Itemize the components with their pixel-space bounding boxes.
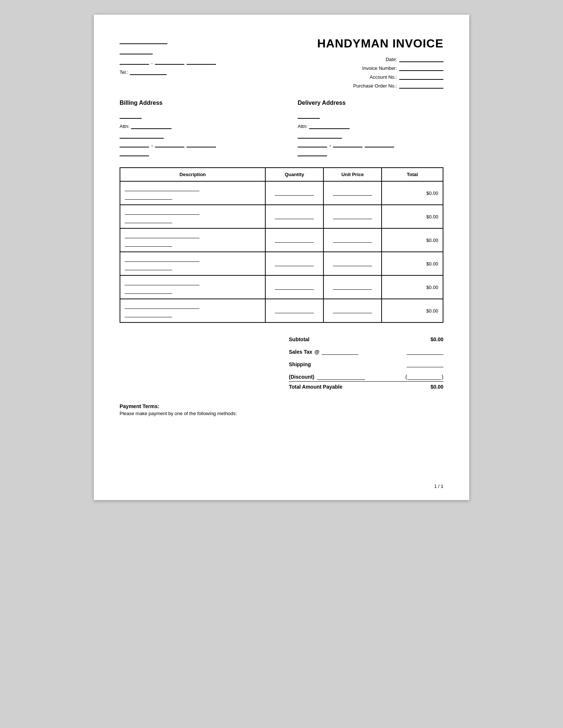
address-field-1[interactable]: [120, 47, 153, 54]
billing-title: Billing Address: [120, 100, 265, 106]
qty-cell-5[interactable]: [265, 299, 323, 322]
sales-tax-label-group: Sales Tax @: [289, 347, 358, 355]
delivery-country-field[interactable]: [298, 150, 327, 156]
price-cell-2[interactable]: [323, 228, 382, 252]
total-amount-value: $0.00: [431, 384, 443, 390]
city-state-zip-line: ,: [120, 57, 216, 65]
delivery-city-line: ,: [298, 141, 443, 147]
delivery-attn-line: Attn:: [298, 122, 443, 129]
billing-street-field[interactable]: [120, 132, 164, 139]
total-cell-5: $0.00: [382, 299, 443, 322]
account-no-field[interactable]: [399, 72, 443, 80]
date-field[interactable]: [399, 55, 443, 62]
discount-value-field[interactable]: [408, 372, 441, 380]
total-cell-2: $0.00: [382, 228, 443, 252]
state-field[interactable]: [155, 57, 184, 65]
totals-table: Subtotal $0.00 Sales Tax @ Shipping (Dis…: [289, 334, 443, 392]
desc-cell-2[interactable]: [120, 228, 265, 252]
billing-zip-field[interactable]: [187, 141, 216, 147]
tel-field[interactable]: [130, 68, 167, 75]
payment-terms-section: Payment Terms: Please make payment by on…: [120, 403, 443, 416]
billing-name-field[interactable]: [120, 112, 142, 119]
price-cell-0[interactable]: [323, 181, 382, 205]
purchase-order-row: Purchase Order No.:: [353, 81, 443, 89]
shipping-value-field[interactable]: [407, 360, 443, 367]
purchase-order-field[interactable]: [399, 81, 443, 89]
tel-line: Tel.:: [120, 68, 216, 75]
price-cell-3[interactable]: [323, 252, 382, 275]
shipping-row: Shipping: [289, 357, 443, 370]
total-cell-4: $0.00: [382, 275, 443, 299]
desc-cell-0[interactable]: [120, 181, 265, 205]
payment-terms-text: Please make payment by one of the follow…: [120, 411, 443, 416]
total-cell-0: $0.00: [382, 181, 443, 205]
address-section: Billing Address Attn: , Delivery Address…: [120, 100, 443, 156]
price-cell-1[interactable]: [323, 205, 382, 228]
delivery-attn-label: Attn:: [298, 124, 308, 129]
price-cell-4[interactable]: [323, 275, 382, 299]
billing-address-block: Billing Address Attn: ,: [120, 100, 265, 156]
table-row: $0.00: [120, 181, 443, 205]
invoice-header: , Tel.: HANDYMAN INVOICE Date: Invoice N…: [120, 37, 443, 89]
delivery-address-block: Delivery Address Attn: ,: [298, 100, 443, 156]
account-no-row: Account No.:: [370, 72, 443, 80]
qty-cell-4[interactable]: [265, 275, 323, 299]
discount-row: (Discount) ( ): [289, 370, 443, 382]
table-row: $0.00: [120, 205, 443, 228]
discount-desc-field[interactable]: [317, 372, 365, 380]
col-unit-price: Unit Price: [323, 168, 382, 181]
zip-field[interactable]: [187, 57, 216, 65]
billing-attn-field[interactable]: [131, 122, 171, 129]
invoice-table: Description Quantity Unit Price Total $0…: [120, 167, 443, 323]
table-row: $0.00: [120, 299, 443, 322]
company-name-field[interactable]: [120, 37, 167, 44]
purchase-order-label: Purchase Order No.:: [353, 83, 397, 89]
city-field[interactable]: [120, 57, 149, 65]
discount-label: (Discount): [289, 374, 314, 380]
table-row: $0.00: [120, 275, 443, 299]
totals-section: Subtotal $0.00 Sales Tax @ Shipping (Dis…: [120, 334, 443, 392]
desc-cell-4[interactable]: [120, 275, 265, 299]
invoice-title: HANDYMAN INVOICE: [317, 37, 443, 50]
billing-attn-line: Attn:: [120, 122, 265, 129]
sales-tax-value-field[interactable]: [407, 347, 443, 355]
desc-cell-3[interactable]: [120, 252, 265, 275]
shipping-label: Shipping: [289, 361, 311, 367]
delivery-state-field[interactable]: [333, 141, 362, 147]
col-quantity: Quantity: [265, 168, 323, 181]
delivery-attn-field[interactable]: [309, 122, 350, 129]
delivery-name-field[interactable]: [298, 112, 320, 119]
payment-terms-title: Payment Terms:: [120, 403, 443, 409]
table-row: $0.00: [120, 228, 443, 252]
total-cell-3: $0.00: [382, 252, 443, 275]
invoice-number-label: Invoice Number:: [362, 65, 397, 71]
billing-city-field[interactable]: [120, 141, 149, 147]
invoice-number-field[interactable]: [399, 64, 443, 71]
col-description: Description: [120, 168, 265, 181]
invoice-number-row: Invoice Number:: [362, 64, 443, 71]
qty-cell-0[interactable]: [265, 181, 323, 205]
subtotal-value: $0.00: [431, 336, 443, 342]
invoice-meta: Date: Invoice Number: Account No.: Purch…: [317, 55, 443, 89]
qty-cell-3[interactable]: [265, 252, 323, 275]
date-row: Date:: [386, 55, 443, 62]
delivery-zip-field[interactable]: [365, 141, 394, 147]
table-header-row: Description Quantity Unit Price Total: [120, 168, 443, 181]
billing-attn-label: Attn:: [120, 124, 130, 129]
account-no-label: Account No.:: [370, 74, 397, 80]
sales-tax-rate-field[interactable]: [322, 347, 358, 355]
billing-country-field[interactable]: [120, 150, 149, 156]
delivery-street-field[interactable]: [298, 132, 342, 139]
price-cell-5[interactable]: [323, 299, 382, 322]
qty-cell-1[interactable]: [265, 205, 323, 228]
desc-cell-5[interactable]: [120, 299, 265, 322]
tel-label: Tel.:: [120, 69, 128, 75]
sales-tax-label: Sales Tax: [289, 349, 312, 355]
total-amount-row: Total Amount Payable $0.00: [289, 382, 443, 392]
date-label: Date:: [386, 57, 397, 62]
desc-cell-1[interactable]: [120, 205, 265, 228]
discount-value-wrap: ( ): [406, 372, 443, 380]
delivery-city-field[interactable]: [298, 141, 327, 147]
billing-state-field[interactable]: [155, 141, 184, 147]
qty-cell-2[interactable]: [265, 228, 323, 252]
